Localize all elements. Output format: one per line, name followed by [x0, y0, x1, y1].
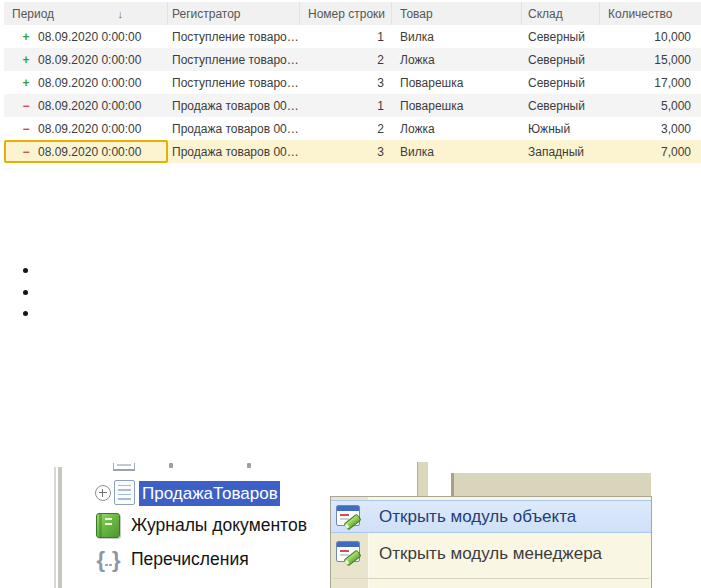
registrar-cell[interactable]: Поступление товаро…	[168, 25, 300, 48]
clipped-text-fragment	[169, 463, 173, 468]
registrar-cell[interactable]: Поступление товаро…	[168, 71, 300, 94]
column-header-line-number[interactable]: Номер строки	[300, 2, 392, 25]
line-number-cell[interactable]: 2	[300, 117, 392, 140]
table-row[interactable]: − 08.09.2020 0:00:00 Продажа товаров 00……	[4, 117, 701, 140]
product-cell[interactable]: Поварешка	[392, 71, 522, 94]
receipt-plus-icon: +	[16, 53, 36, 67]
period-cell[interactable]: − 08.09.2020 0:00:00	[4, 117, 168, 140]
registrar-cell[interactable]: Поступление товаро…	[168, 48, 300, 71]
product-cell[interactable]: Ложка	[392, 48, 522, 71]
product-cell[interactable]: Поварешка	[392, 94, 522, 117]
expense-minus-icon: −	[16, 99, 36, 113]
receipt-plus-icon: +	[16, 76, 36, 90]
clipped-tree-item-icon	[113, 463, 135, 471]
line-number-cell[interactable]: 1	[300, 25, 392, 48]
background-window-fragment	[417, 462, 428, 496]
tree-item-document-journals[interactable]: Журналы документов	[131, 512, 307, 538]
quantity-cell[interactable]: 5,000	[600, 94, 697, 117]
clipped-text-fragment	[247, 463, 251, 468]
warehouse-cell[interactable]: Северный	[522, 25, 600, 48]
period-cell[interactable]: + 08.09.2020 0:00:00	[4, 25, 168, 48]
quantity-cell[interactable]: 10,000	[600, 25, 697, 48]
journal-icon	[96, 513, 120, 538]
product-cell[interactable]: Вилка	[392, 140, 522, 163]
table-row[interactable]: − 08.09.2020 0:00:00 Продажа товаров 00……	[4, 94, 701, 117]
menu-item-open-object-module[interactable]: Открыть модуль объекта	[331, 500, 651, 533]
column-header-period[interactable]: Период ↓	[4, 2, 168, 25]
quantity-cell[interactable]: 17,000	[600, 71, 697, 94]
warehouse-cell[interactable]: Западный	[522, 140, 600, 163]
document-icon	[114, 480, 135, 505]
sort-descending-icon[interactable]: ↓	[118, 8, 124, 20]
expense-minus-icon: −	[16, 145, 36, 159]
warehouse-cell[interactable]: Северный	[522, 48, 600, 71]
bullet-marker	[23, 290, 28, 295]
period-cell[interactable]: + 08.09.2020 0:00:00	[4, 71, 168, 94]
bullet-marker	[23, 311, 28, 316]
line-number-cell[interactable]: 1	[300, 94, 392, 117]
register-records-table: Период ↓ Регистратор Номер строки Товар …	[4, 2, 701, 163]
enum-dots	[105, 553, 112, 567]
period-cell[interactable]: + 08.09.2020 0:00:00	[4, 48, 168, 71]
registrar-cell[interactable]: Продажа товаров 00…	[168, 94, 300, 117]
period-cell-active[interactable]: − 08.09.2020 0:00:00	[4, 140, 168, 163]
tree-item-enumerations[interactable]: Перечисления	[131, 546, 249, 572]
column-header-product[interactable]: Товар	[392, 2, 522, 25]
enumeration-braces-icon	[95, 547, 122, 573]
warehouse-cell[interactable]: Северный	[522, 71, 600, 94]
receipt-plus-icon: +	[16, 30, 36, 44]
menu-item-label: Открыть модуль менеджера	[379, 544, 602, 564]
period-value: 08.09.2020 0:00:00	[38, 76, 141, 90]
column-header-period-label: Период	[12, 7, 54, 21]
open-module-icon	[336, 505, 363, 530]
warehouse-cell[interactable]: Южный	[522, 117, 600, 140]
product-cell[interactable]: Вилка	[392, 25, 522, 48]
line-number-cell[interactable]: 2	[300, 48, 392, 71]
bullet-marker	[23, 268, 28, 273]
table-header-row: Период ↓ Регистратор Номер строки Товар …	[4, 2, 701, 25]
column-header-registrar[interactable]: Регистратор	[168, 2, 300, 25]
product-cell[interactable]: Ложка	[392, 117, 522, 140]
context-menu: Открыть модуль объекта Открыть модуль ме…	[330, 496, 652, 588]
panel-splitter-line[interactable]	[54, 467, 56, 588]
period-value: 08.09.2020 0:00:00	[38, 122, 141, 136]
menu-item-open-manager-module[interactable]: Открыть модуль менеджера	[331, 537, 651, 570]
table-row-selected[interactable]: − 08.09.2020 0:00:00 Продажа товаров 00……	[4, 140, 701, 163]
period-cell[interactable]: − 08.09.2020 0:00:00	[4, 94, 168, 117]
table-row[interactable]: + 08.09.2020 0:00:00 Поступление товаро……	[4, 48, 701, 71]
bullet-list	[23, 268, 28, 333]
line-number-cell[interactable]: 3	[300, 71, 392, 94]
period-value: 08.09.2020 0:00:00	[38, 145, 141, 159]
registrar-cell[interactable]: Продажа товаров 00…	[168, 117, 300, 140]
menu-item-label: Открыть модуль объекта	[379, 507, 576, 527]
column-header-quantity[interactable]: Количество	[600, 2, 697, 25]
background-window-fragment	[451, 473, 651, 497]
expand-plus-circle-icon[interactable]	[95, 485, 111, 501]
quantity-cell[interactable]: 7,000	[600, 140, 697, 163]
quantity-cell[interactable]: 3,000	[600, 117, 697, 140]
panel-splitter-line[interactable]	[58, 467, 62, 588]
open-module-icon	[336, 541, 363, 566]
table-row[interactable]: + 08.09.2020 0:00:00 Поступление товаро……	[4, 71, 701, 94]
period-value: 08.09.2020 0:00:00	[38, 99, 141, 113]
expense-minus-icon: −	[16, 122, 36, 136]
table-row[interactable]: + 08.09.2020 0:00:00 Поступление товаро……	[4, 25, 701, 48]
column-header-warehouse[interactable]: Склад	[522, 2, 600, 25]
period-value: 08.09.2020 0:00:00	[38, 30, 141, 44]
quantity-cell[interactable]: 15,000	[600, 48, 697, 71]
line-number-cell[interactable]: 3	[300, 140, 392, 163]
registrar-cell[interactable]: Продажа товаров 00…	[168, 140, 300, 163]
tree-item-prodazha-tovarov[interactable]: ПродажаТоваров	[139, 481, 280, 506]
period-value: 08.09.2020 0:00:00	[38, 53, 141, 67]
warehouse-cell[interactable]: Северный	[522, 94, 600, 117]
menu-separator	[333, 578, 649, 579]
